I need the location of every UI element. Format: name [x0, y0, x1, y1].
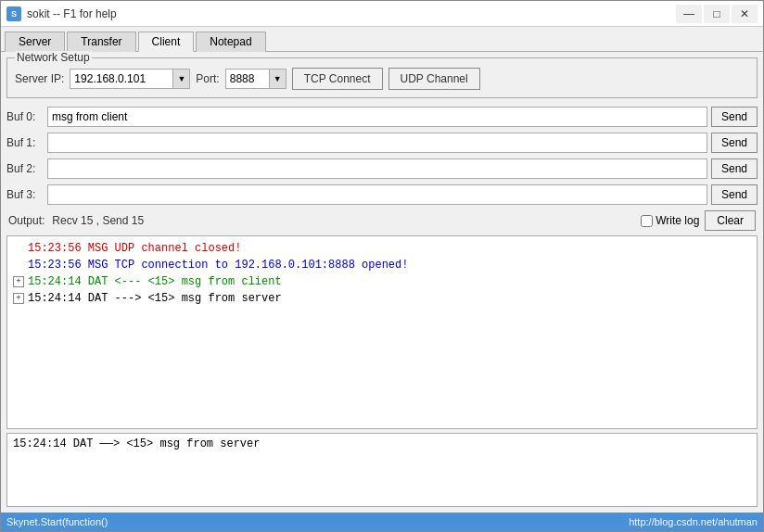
list-item: 15:23:56 MSG UDP channel closed!: [13, 240, 751, 257]
tcp-connect-button[interactable]: TCP Connect: [292, 68, 383, 90]
buf-2-label: Buf 2:: [6, 162, 44, 175]
network-setup-group: Network Setup Server IP: ▼ Port: ▼ TCP C…: [6, 57, 758, 98]
status-right: http://blog.csdn.net/ahutman: [629, 516, 758, 527]
status-bar: Skynet.Start(function() http://blog.csdn…: [1, 513, 763, 531]
log-text: 15:24:14 DAT ---> <15> msg from server: [28, 290, 282, 307]
buf-1-label: Buf 1:: [6, 136, 44, 149]
buf-row-2: Buf 2: Send: [6, 158, 758, 180]
output-stats: Recv 15 , Send 15: [52, 214, 144, 227]
expand-icon-3[interactable]: +: [13, 293, 24, 304]
port-label: Port:: [196, 72, 219, 85]
log-text: 15:23:56 MSG TCP connection to 192.168.0…: [28, 257, 408, 273]
buf-3-label: Buf 3:: [6, 188, 44, 201]
port-dropdown[interactable]: ▼: [269, 70, 286, 88]
expand-icon-2[interactable]: +: [13, 276, 24, 287]
tab-transfer[interactable]: Transfer: [67, 32, 135, 52]
title-bar: S sokit -- F1 for help — □ ✕: [1, 1, 763, 27]
detail-box: 15:24:14 DAT ——> <15> msg from server: [6, 433, 758, 507]
buf-3-send-button[interactable]: Send: [711, 184, 758, 205]
write-log-wrap: Write log: [641, 214, 699, 227]
log-text: 15:24:14 DAT <--- <15> msg from client: [28, 273, 282, 290]
server-ip-dropdown[interactable]: ▼: [172, 70, 189, 88]
detail-text: 15:24:14 DAT ——> <15> msg from server: [13, 437, 260, 450]
buf-0-label: Buf 0:: [6, 110, 44, 123]
buf-0-send-button[interactable]: Send: [711, 107, 758, 127]
window-controls: — □ ✕: [676, 5, 758, 23]
server-ip-label: Server IP:: [15, 72, 64, 85]
output-bar-left: Output: Recv 15 , Send 15: [8, 214, 144, 227]
list-item: 15:23:56 MSG TCP connection to 192.168.0…: [13, 257, 751, 273]
buf-row-3: Buf 3: Send: [6, 184, 758, 206]
log-text: 15:23:56 MSG UDP channel closed!: [28, 240, 241, 257]
maximize-button[interactable]: □: [704, 5, 730, 23]
main-window: S sokit -- F1 for help — □ ✕ Server Tran…: [0, 0, 764, 532]
status-left: Skynet.Start(function(): [6, 516, 108, 527]
buf-2-input[interactable]: [47, 158, 707, 179]
server-ip-field[interactable]: ▼: [70, 69, 190, 89]
log-area[interactable]: 15:23:56 MSG UDP channel closed! 15:23:5…: [6, 235, 758, 429]
output-bar: Output: Recv 15 , Send 15 Write log Clea…: [6, 209, 758, 232]
network-row: Server IP: ▼ Port: ▼ TCP Connect UDP Cha…: [15, 68, 749, 90]
server-ip-input[interactable]: [70, 70, 172, 88]
buf-0-input[interactable]: [47, 107, 707, 127]
tab-notepad[interactable]: Notepad: [196, 32, 265, 52]
udp-channel-button[interactable]: UDP Channel: [388, 68, 480, 90]
title-bar-left: S sokit -- F1 for help: [6, 6, 117, 21]
main-content: Network Setup Server IP: ▼ Port: ▼ TCP C…: [1, 52, 763, 513]
clear-button[interactable]: Clear: [705, 210, 756, 231]
tab-bar: Server Transfer Client Notepad: [1, 27, 763, 52]
buf-3-input[interactable]: [47, 184, 707, 205]
output-label: Output:: [8, 214, 45, 227]
tab-client[interactable]: Client: [138, 32, 195, 52]
close-button[interactable]: ✕: [732, 5, 758, 23]
tab-server[interactable]: Server: [5, 32, 65, 52]
buf-1-send-button[interactable]: Send: [711, 133, 758, 153]
app-icon: S: [6, 6, 21, 21]
network-setup-label: Network Setup: [15, 51, 92, 64]
buf-row-1: Buf 1: Send: [6, 132, 758, 154]
write-log-checkbox[interactable]: [641, 215, 653, 227]
list-item: + 15:24:14 DAT <--- <15> msg from client: [13, 273, 751, 290]
buf-1-input[interactable]: [47, 133, 707, 153]
buf-row-0: Buf 0: Send: [6, 106, 758, 128]
list-item: + 15:24:14 DAT ---> <15> msg from server: [13, 290, 751, 307]
minimize-button[interactable]: —: [676, 5, 702, 23]
write-log-label: Write log: [656, 214, 699, 227]
output-bar-right: Write log Clear: [641, 210, 756, 231]
window-title: sokit -- F1 for help: [27, 7, 117, 20]
port-input[interactable]: [226, 70, 269, 88]
buf-2-send-button[interactable]: Send: [711, 158, 758, 179]
port-field[interactable]: ▼: [225, 69, 286, 89]
